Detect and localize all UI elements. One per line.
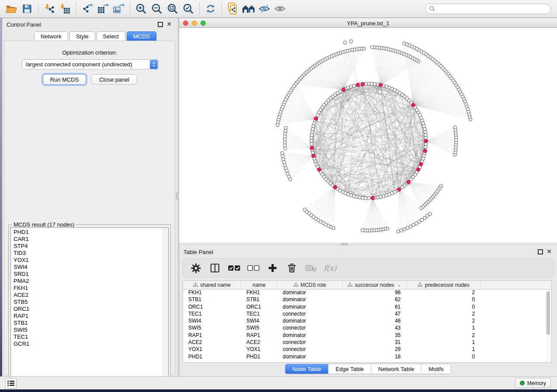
import-network-icon[interactable] <box>42 2 57 16</box>
mcds-hub-node[interactable] <box>310 146 314 150</box>
table-row[interactable]: TEC1TEC1connector472 <box>183 311 551 318</box>
network-node[interactable] <box>282 158 285 161</box>
tab-network-table[interactable]: Network Table <box>371 364 422 374</box>
function-builder-icon[interactable]: f(x) <box>324 264 336 272</box>
mcds-hub-node[interactable] <box>379 83 382 87</box>
mcds-result-item[interactable]: ACE2 <box>14 292 168 299</box>
table-row[interactable]: RAP1RAP1dominator352 <box>183 332 551 339</box>
memory-button[interactable]: Memory <box>515 378 551 388</box>
mcds-result-item[interactable]: YOX1 <box>14 257 168 264</box>
import-table-icon[interactable] <box>57 2 73 16</box>
mcds-hub-node[interactable] <box>311 154 315 158</box>
mcds-hub-node[interactable] <box>416 168 420 171</box>
table-row[interactable]: SWI5SWI5connector431 <box>183 325 551 332</box>
table-row[interactable]: PHD1PHD1dominator180 <box>183 354 551 361</box>
mcds-hub-node[interactable] <box>419 162 422 166</box>
mcds-hub-node[interactable] <box>397 188 401 191</box>
show-all-icon[interactable] <box>272 2 288 16</box>
network-node[interactable] <box>303 208 307 211</box>
mcds-hub-node[interactable] <box>371 196 374 199</box>
tab-motifs[interactable]: Motifs <box>422 364 451 374</box>
network-node[interactable] <box>403 227 406 231</box>
mcds-result-item[interactable]: PMA2 <box>14 278 168 285</box>
table-row[interactable]: ACE2ACE2connector311 <box>183 339 551 346</box>
network-window-titlebar[interactable]: YPA_prune.txt_1 <box>179 18 557 28</box>
mcds-list-scrollbar[interactable] <box>163 228 168 383</box>
network-node[interactable] <box>367 196 370 200</box>
float-panel-icon[interactable] <box>538 249 543 254</box>
network-graph[interactable] <box>179 28 557 243</box>
table-row[interactable]: YOX1YOX1connector291 <box>183 346 551 353</box>
tab-node-table[interactable]: Node Table <box>285 364 329 374</box>
zoom-in-icon[interactable] <box>133 2 149 16</box>
deselect-all-rows-icon[interactable] <box>247 261 260 275</box>
network-node[interactable] <box>403 42 406 45</box>
mcds-hub-node[interactable] <box>407 180 410 184</box>
column-header-successor-nodes[interactable]: successor nodes⌄ <box>343 281 407 289</box>
network-node[interactable] <box>406 226 409 230</box>
run-mcds-button[interactable]: Run MCDS <box>43 74 86 85</box>
column-header-name[interactable]: name <box>241 281 277 289</box>
mcds-result-item[interactable]: RAP1 <box>14 313 168 320</box>
mcds-hub-node[interactable] <box>423 149 427 153</box>
open-file-icon[interactable] <box>3 2 19 16</box>
zoom-out-icon[interactable] <box>149 2 165 16</box>
panel-menu-button[interactable] <box>5 378 17 389</box>
mcds-result-item[interactable]: GCR1 <box>14 340 168 347</box>
delete-column-trash-icon[interactable] <box>285 261 298 275</box>
network-node[interactable] <box>397 230 400 234</box>
network-node[interactable] <box>281 155 284 158</box>
mcds-result-item[interactable]: ORC1 <box>14 306 168 313</box>
network-node[interactable] <box>400 229 403 232</box>
search-field[interactable] <box>425 3 551 14</box>
column-header-MCDS-role[interactable]: MCDS role <box>277 281 343 289</box>
mcds-hub-node[interactable] <box>317 168 321 171</box>
mcds-result-list[interactable]: PHD1CAR1STP4TID3YOX1SWI4SRD1PMA2FKH1ACE2… <box>10 227 169 383</box>
hide-selected-icon[interactable] <box>256 2 272 16</box>
close-panel-icon[interactable]: ✕ <box>166 21 172 28</box>
tab-mcds[interactable]: MCDS <box>127 31 156 41</box>
close-panel-button[interactable]: Close panel <box>91 74 137 85</box>
table-row[interactable]: FKH1FKH1dominator962 <box>183 289 551 296</box>
network-node[interactable] <box>349 40 353 43</box>
save-icon[interactable] <box>19 2 35 16</box>
tab-style[interactable]: Style <box>69 31 95 41</box>
float-panel-icon[interactable] <box>158 22 163 27</box>
table-scrollbar[interactable] <box>546 290 551 362</box>
mcds-result-item[interactable]: SRD1 <box>14 271 168 278</box>
new-network-from-selection-icon[interactable] <box>225 2 241 16</box>
mcds-result-item[interactable]: STB5 <box>14 299 168 306</box>
close-panel-icon[interactable]: ✕ <box>547 248 552 255</box>
mcds-result-item[interactable]: STB1 <box>14 320 168 327</box>
tab-select[interactable]: Select <box>97 31 125 41</box>
table-scrollbar-thumb[interactable] <box>547 291 550 335</box>
network-node[interactable] <box>370 45 374 49</box>
network-node[interactable] <box>284 126 288 130</box>
network-node[interactable] <box>453 126 457 129</box>
table-row[interactable]: STB1STB1dominator620 <box>183 296 551 303</box>
column-header-shared-name[interactable]: shared name <box>183 281 241 289</box>
mcds-hub-node[interactable] <box>333 186 337 189</box>
create-column-icon[interactable] <box>266 261 279 275</box>
table-row[interactable]: SWI4SWI4dominator462 <box>183 318 551 325</box>
select-all-rows-icon[interactable] <box>228 261 241 275</box>
network-node[interactable] <box>343 41 347 45</box>
mcds-hub-node[interactable] <box>314 117 318 120</box>
network-node[interactable] <box>419 206 423 210</box>
mcds-result-item[interactable]: TEC1 <box>14 334 168 340</box>
mcds-result-item[interactable]: SWI5 <box>14 327 168 334</box>
table-row[interactable]: ORC1ORC1dominator610 <box>183 304 551 311</box>
refresh-layout-icon[interactable] <box>203 2 218 16</box>
mcds-hub-node[interactable] <box>412 103 415 107</box>
zoom-selected-icon[interactable] <box>180 2 196 16</box>
horizontal-splitter[interactable] <box>179 243 557 246</box>
mcds-result-item[interactable]: FKH1 <box>14 285 168 292</box>
first-neighbors-icon[interactable] <box>241 2 256 16</box>
network-node[interactable] <box>280 151 284 155</box>
export-image-icon[interactable] <box>111 2 127 16</box>
splitter-grip[interactable] <box>341 243 348 245</box>
mcds-hub-node[interactable] <box>361 83 364 86</box>
mcds-result-item[interactable]: PHD1 <box>14 229 168 236</box>
delete-table-icon[interactable] <box>304 261 318 275</box>
mcds-hub-node[interactable] <box>424 139 428 143</box>
